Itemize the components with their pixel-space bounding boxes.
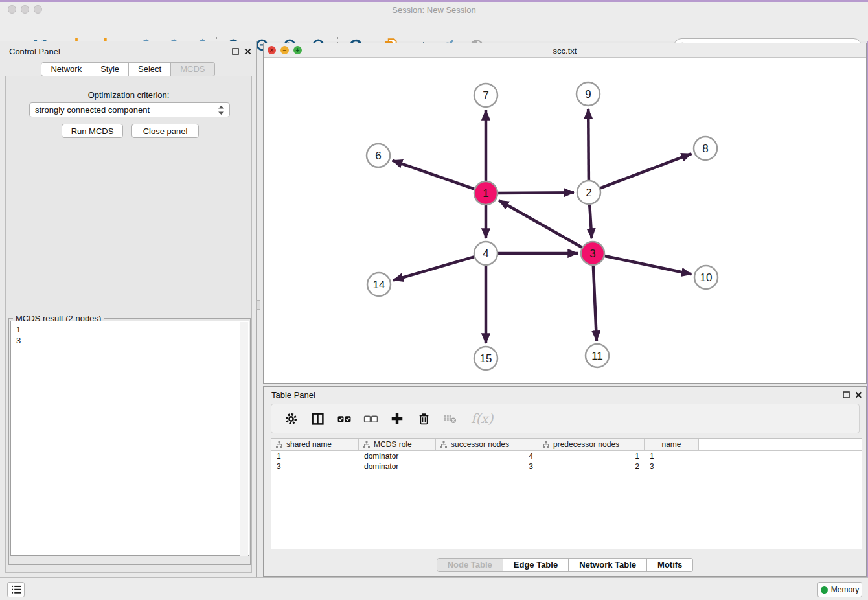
node-label-9: 9 [585,88,591,100]
criterion-selected-value: strongly connected component [35,105,218,115]
fx-icon: f(x) [469,410,495,427]
edge-3-11[interactable] [593,266,597,341]
checked-boxes-icon [337,411,352,426]
delete-table-icon [443,411,457,426]
edge-2-8[interactable] [600,154,692,188]
table-cell[interactable]: 3 [271,462,359,471]
tab-network[interactable]: Network [41,62,91,76]
close-table-panel-icon[interactable] [855,391,862,398]
column-header-label: successor nodes [451,440,509,449]
tab-motifs[interactable]: Motifs [647,558,693,572]
deselect-all-button[interactable] [363,411,378,426]
function-builder-button-disabled: f(x) [469,411,495,426]
table-cell[interactable]: dominator [359,452,436,461]
table-panel: Table Panel [263,386,867,577]
column-type-icon [543,441,549,448]
node-label-2: 2 [586,187,591,199]
application-window: Session: New Session [0,0,868,600]
trash-icon [417,412,431,426]
add-column-button[interactable] [389,411,405,426]
edge-1-2[interactable] [498,192,574,193]
mcds-panel: Optimization criterion: strongly connect… [5,76,252,573]
column-header-name[interactable]: name [645,439,699,450]
network-graph[interactable]: 7968124314101511 [264,58,866,383]
table-row[interactable]: 3dominator323 [271,461,862,472]
table-cell[interactable]: 4 [436,452,538,461]
column-header-label: name [661,440,681,449]
table-settings-button[interactable] [283,411,299,426]
edge-3-10[interactable] [605,256,692,274]
main-toolbar [0,17,868,41]
optimization-criterion-select[interactable]: strongly connected component [29,102,230,117]
edge-2-3[interactable] [589,205,591,238]
column-visibility-button[interactable] [310,411,325,426]
tab-network-table[interactable]: Network Table [569,558,647,572]
edge-1-6[interactable] [393,161,474,189]
close-panel-icon[interactable] [244,48,251,55]
panel-splitter-handle[interactable] [256,300,260,310]
table-rows: 1dominator4113dominator323 [271,451,862,472]
select-all-button[interactable] [336,411,352,426]
float-table-panel-icon[interactable] [843,391,850,398]
node-label-11: 11 [591,350,603,362]
memory-label: Memory [831,585,859,594]
table-cell[interactable]: 1 [271,452,359,461]
tab-style[interactable]: Style [91,62,129,76]
table-panel-tabs: Node TableEdge TableNetwork TableMotifs [264,558,866,572]
task-history-button[interactable] [7,582,25,597]
titlebar: Session: New Session [0,2,868,17]
tab-node-table[interactable]: Node Table [437,558,503,572]
network-view-window: × − + scc.txt 7968124314101511 [263,43,867,384]
table-cell[interactable]: 3 [645,462,699,471]
close-panel-button[interactable]: Close panel [131,124,199,138]
node-table[interactable]: shared nameMCDS rolesuccessor nodesprede… [271,438,862,549]
optimization-criterion-label: Optimization criterion: [6,90,251,100]
network-window-titlebar[interactable]: × − + scc.txt [264,43,866,58]
tab-select[interactable]: Select [129,62,171,76]
delete-column-button[interactable] [416,411,431,426]
column-header-shared-name[interactable]: shared name [271,439,359,450]
gear-icon [284,412,298,426]
edge-4-14[interactable] [393,257,474,280]
memory-status-dot [821,586,828,594]
float-panel-icon[interactable] [232,48,239,55]
column-header-label: MCDS role [374,440,412,449]
table-cell[interactable]: dominator [359,462,436,471]
graph-edges [393,109,692,343]
node-label-1: 1 [483,187,488,200]
table-panel-title: Table Panel [271,390,315,400]
delete-table-button-disabled [442,411,458,426]
svg-text:f(x): f(x) [471,411,494,426]
edge-3-1[interactable] [499,200,582,247]
status-bar: Memory [0,577,868,600]
plus-icon [390,411,404,426]
network-view-title: scc.txt [264,46,866,56]
table-cell[interactable]: 3 [436,462,538,471]
run-mcds-button[interactable]: Run MCDS [62,124,123,138]
node-label-14: 14 [373,279,385,291]
list-icon [11,585,21,594]
memory-button[interactable]: Memory [817,582,862,597]
table-cell[interactable]: 1 [645,452,699,461]
column-header-label: shared name [286,440,332,449]
select-stepper-icon [218,106,224,115]
table-cell[interactable]: 2 [538,462,645,471]
edge-2-9[interactable] [588,109,589,180]
tab-mcds[interactable]: MCDS [171,62,214,76]
mcds-result-text: 1 3 [16,324,21,346]
window-title: Session: New Session [0,5,868,15]
table-cell[interactable]: 1 [538,452,645,461]
result-scrollbar[interactable] [240,322,248,556]
control-panel-tabs: NetworkStyleSelectMCDS [0,62,256,76]
column-header-MCDS-role[interactable]: MCDS role [359,439,436,450]
column-type-icon [363,441,370,448]
column-header-predecessor-nodes[interactable]: predecessor nodes [538,439,645,450]
column-type-icon [440,441,447,448]
mcds-result-textarea[interactable]: 1 3 [10,321,249,556]
tab-edge-table[interactable]: Edge Table [503,558,569,572]
table-row[interactable]: 1dominator411 [271,451,862,461]
control-panel-title: Control Panel [9,47,60,56]
column-header-successor-nodes[interactable]: successor nodes [436,439,538,450]
node-label-10: 10 [700,271,713,284]
unchecked-boxes-icon [363,411,378,426]
